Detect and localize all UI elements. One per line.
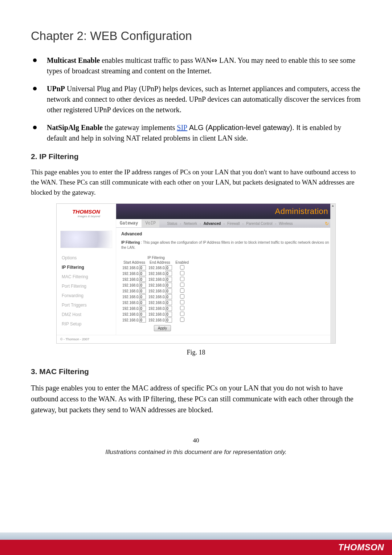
table-row: 192.168.0.192.168.0. (121, 311, 191, 317)
panel-title: Advanced (121, 231, 330, 236)
tab-gateway[interactable]: Gateway (116, 219, 142, 227)
section-ip-filtering-body: This page enables you to enter the IP ad… (31, 167, 361, 198)
start-address-input[interactable] (139, 265, 146, 270)
table-row: 192.168.0.192.168.0. (121, 265, 191, 271)
end-address-input[interactable] (166, 271, 172, 276)
table-row: 192.168.0.192.168.0. (121, 305, 191, 311)
logo-tagline: images & beyond (72, 215, 100, 218)
table-row: 192.168.0.192.168.0. (121, 276, 191, 282)
sip-link[interactable]: SIP (177, 123, 187, 131)
start-address-input[interactable] (139, 306, 146, 311)
col-enabled: Enabled (173, 260, 191, 265)
text: Universal Plug and Play (UPnP) helps dev… (47, 85, 361, 114)
nav-port-triggers[interactable]: Port Triggers (57, 300, 116, 310)
nav-port-filtering[interactable]: Port Filtering (57, 281, 116, 291)
enabled-checkbox[interactable] (180, 283, 184, 287)
feature-bullet-list: Multicast Enable enables multicast traff… (31, 55, 361, 143)
section-mac-filtering-title: 3. MAC Filtering (31, 367, 361, 376)
panel-description: IP Filtering : This page allows the conf… (121, 240, 330, 250)
disclaimer-text: Illustrations contained in this document… (31, 449, 361, 456)
end-address-input[interactable] (166, 294, 172, 299)
ip-prefix: 192.168.0. (148, 318, 166, 322)
end-address-input[interactable] (166, 277, 172, 282)
admin-screenshot: ▲ THOMSON images & beyond Administration… (56, 203, 336, 344)
end-address-input[interactable] (166, 300, 172, 305)
thomson-logo: THOMSON (72, 208, 100, 215)
ip-prefix: 192.168.0. (122, 289, 139, 293)
header-title: Administration (275, 207, 328, 216)
end-address-input[interactable] (166, 312, 172, 317)
enabled-checkbox[interactable] (180, 277, 184, 281)
enabled-checkbox[interactable] (180, 271, 184, 275)
chapter-title: Chapter 2: WEB Configuration (31, 29, 361, 43)
tab-voip[interactable]: VoIP (142, 219, 159, 227)
start-address-input[interactable] (139, 277, 146, 282)
end-address-input[interactable] (166, 288, 172, 293)
enabled-checkbox[interactable] (180, 265, 184, 270)
ip-prefix: 192.168.0. (148, 301, 166, 305)
text: enables multicast traffic to pass WAN (100, 56, 211, 64)
end-address-input[interactable] (166, 317, 172, 323)
ip-prefix: 192.168.0. (122, 307, 139, 311)
nav-options[interactable]: Options (57, 253, 116, 263)
footer-brand-logo: THOMSON (338, 542, 384, 552)
bullet-upnp: UPnP Universal Plug and Play (UPnP) help… (31, 84, 361, 115)
nav-mac-filtering[interactable]: MAC Filtering (57, 272, 116, 281)
screenshot-copyright: © - Thomson - 2007 (57, 335, 335, 343)
enabled-checkbox[interactable] (180, 300, 184, 304)
start-address-input[interactable] (139, 283, 146, 288)
bidirectional-arrow-icon: ⇔ (211, 56, 217, 64)
term-upnp: UPnP (47, 85, 65, 93)
end-address-input[interactable] (166, 306, 172, 311)
nav-decorative-image (60, 231, 112, 248)
start-address-input[interactable] (139, 300, 146, 305)
nav-forwarding[interactable]: Forwarding (57, 291, 116, 300)
scrollbar[interactable]: ▲ (330, 204, 335, 343)
enabled-checkbox[interactable] (180, 317, 184, 322)
apply-button[interactable]: Apply (154, 325, 171, 331)
nav-dmz-host[interactable]: DMZ Host (57, 310, 116, 319)
end-address-input[interactable] (166, 265, 172, 270)
nav-ip-filtering[interactable]: IP Filtering (57, 263, 116, 272)
panel-name: IP Filtering (121, 240, 140, 244)
refresh-icon[interactable]: ↻ (325, 221, 329, 226)
ip-prefix: 192.168.0. (122, 266, 139, 270)
ip-prefix: 192.168.0. (122, 301, 139, 305)
term-multicast: Multicast Enable (47, 56, 100, 64)
start-address-input[interactable] (139, 317, 146, 323)
subtab-advanced[interactable]: Advanced (201, 220, 224, 227)
subtab-parental[interactable]: Parental Control (244, 220, 275, 227)
section-mac-filtering-body: This page enables you to enter the MAC a… (31, 382, 361, 415)
table-row: 192.168.0.192.168.0. (121, 271, 191, 276)
enabled-checkbox[interactable] (180, 306, 184, 310)
start-address-input[interactable] (139, 288, 146, 293)
ip-prefix: 192.168.0. (148, 307, 166, 311)
subtab-status[interactable]: Status (164, 220, 180, 227)
ip-prefix: 192.168.0. (148, 266, 166, 270)
table-row: 192.168.0.192.168.0. (121, 282, 191, 288)
term-natsip: NatSipAlg Enable (47, 123, 103, 131)
ip-prefix: 192.168.0. (148, 272, 166, 276)
end-address-input[interactable] (166, 283, 172, 288)
ip-prefix: 192.168.0. (148, 283, 166, 287)
logo-area: THOMSON images & beyond (57, 204, 116, 219)
tab-bar: Gateway VoIP Status- Network- Advanced- … (116, 219, 335, 228)
table-row: 192.168.0.192.168.0. (121, 317, 191, 323)
table-row: 192.168.0.192.168.0. (121, 300, 191, 305)
ip-prefix: 192.168.0. (122, 272, 139, 276)
ip-prefix: 192.168.0. (148, 312, 166, 316)
ip-prefix: 192.168.0. (148, 295, 166, 299)
enabled-checkbox[interactable] (180, 294, 184, 299)
subtab-firewall[interactable]: Firewall (225, 220, 242, 227)
subtab-network[interactable]: Network (181, 220, 200, 227)
enabled-checkbox[interactable] (180, 312, 184, 316)
ip-prefix: 192.168.0. (122, 318, 139, 322)
enabled-checkbox[interactable] (180, 288, 184, 293)
start-address-input[interactable] (139, 294, 146, 299)
start-address-input[interactable] (139, 312, 146, 317)
nav-rip-setup[interactable]: RIP Setup (57, 319, 116, 329)
header-banner: Administration (116, 204, 335, 219)
start-address-input[interactable] (139, 271, 146, 276)
side-nav: Options IP Filtering MAC Filtering Port … (57, 228, 116, 335)
subtab-wireless[interactable]: Wireless (276, 220, 295, 227)
